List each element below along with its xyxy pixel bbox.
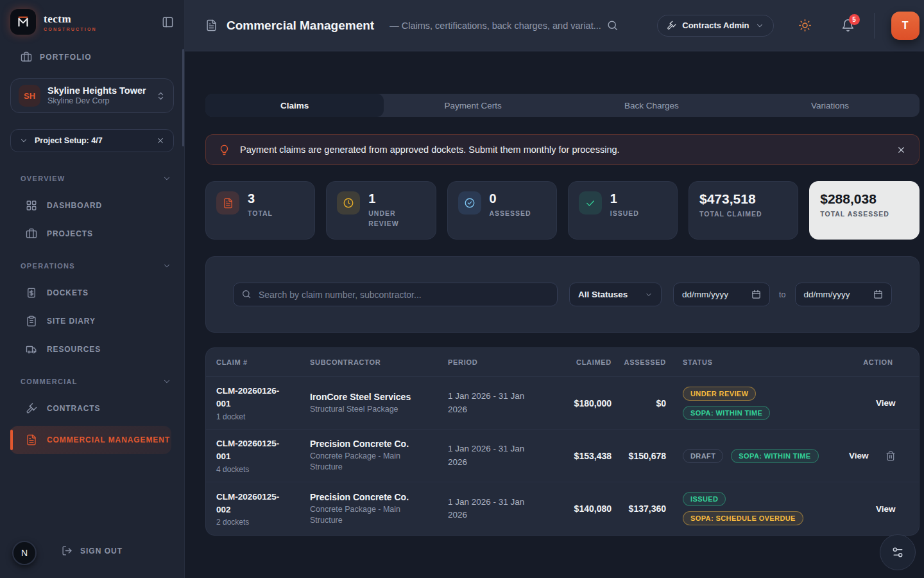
col-claim: CLAIM # [216,358,310,366]
action-cell: View [849,504,909,514]
date-from-input[interactable]: dd/mm/yyyy [673,283,770,306]
banner-close-icon[interactable] [896,145,906,155]
header-divider [874,13,875,39]
chevron-down-icon [755,21,764,30]
status-badge: DRAFT [683,449,723,463]
sidebar-item-portfolio[interactable]: PORTFOLIO [21,51,184,63]
stat-under-review: 1 UNDER REVIEW [326,181,436,240]
chevron-down-icon [162,261,171,270]
period-cell: 1 Jan 2026 - 31 Jan 2026 [448,442,531,469]
sidebar-item-contracts[interactable]: CONTRACTS [26,403,174,414]
col-period: PERIOD [448,358,551,366]
stat-texts: 0 ASSESSED [490,191,531,219]
stat-value: $288,038 [820,191,889,206]
subcontractor-cell: Precision Concrete Co. Concrete Package … [310,492,448,526]
view-button[interactable]: View [849,451,869,460]
docket-count: 4 dockets [216,465,310,474]
role-switcher[interactable]: Contracts Admin [657,15,773,37]
sidebar-item-site-diary[interactable]: SITE DIARY [26,315,174,327]
corner-avatar[interactable]: N [12,541,37,565]
claimed-cell: $140,080 [551,504,612,514]
main-area: Commercial Management — Claims, certific… [185,0,924,578]
table-row[interactable]: CLM-20260126-001 1 docket IronCore Steel… [206,377,919,430]
brand-tagline: CONSTRUCTION [44,27,97,31]
package-name: Structural Steel Package [310,404,413,415]
sopa-badge: SOPA: SCHEDULE OVERDUE [683,511,803,525]
package-name: Concrete Package - Main Structure [310,504,413,526]
project-company: Skyline Dev Corp [47,96,146,107]
stat-label: TOTAL [248,209,273,219]
claim-cell: CLM-20260126-001 1 docket [216,385,310,421]
status-select[interactable]: All Statuses [569,283,662,306]
sidebar-collapse-icon[interactable] [162,16,174,28]
status-select-value: All Statuses [578,290,628,299]
sidebar-item-commercial-management[interactable]: COMMERCIAL MANAGEMENT [10,426,171,454]
stat-texts: 1 ISSUED [610,191,639,219]
stat-total-assessed: $288,038 TOTAL ASSESSED [809,181,919,240]
close-icon[interactable] [156,136,165,145]
brand-name: tectm [44,13,97,26]
stat-issued: 1 ISSUED [568,181,678,240]
project-setup-banner[interactable]: Project Setup: 4/7 [10,129,174,152]
status-cell: DRAFT SOPA: WITHIN TIME [666,449,849,463]
claimed-cell: $153,438 [551,451,612,461]
project-setup-label: Project Setup: 4/7 [35,136,103,145]
banner-text: Payment claims are generated from approv… [240,144,620,155]
claim-cell: CLM-20260125-001 4 dockets [216,437,310,473]
filter-bar: All Statuses dd/mm/yyyy to dd/mm/yyyy [205,256,920,333]
page-title: Commercial Management [227,19,374,33]
project-selector[interactable]: SH Skyline Heights Tower Skyline Dev Cor… [10,78,174,113]
logout-icon [62,545,73,556]
claim-search-input[interactable] [233,283,558,306]
sidebar-item-projects[interactable]: PROJECTS [26,228,174,240]
sidebar-section-overview[interactable]: OVERVIEW [21,174,171,183]
sidebar-scrollbar[interactable] [182,49,184,146]
tab-variations[interactable]: Variations [740,94,919,117]
to-label: to [779,290,785,299]
col-action: ACTION [849,358,909,366]
brand-logo-icon [10,9,36,35]
settings-fab[interactable] [880,534,916,570]
table-row[interactable]: CLM-20260125-001 4 dockets Precision Con… [206,430,919,482]
item-label: SITE DIARY [47,317,96,326]
col-status: STATUS [666,358,849,366]
search-box [233,283,558,306]
date-to-input[interactable]: dd/mm/yyyy [795,283,892,306]
user-avatar[interactable]: T [891,12,920,40]
stat-texts: $288,038 TOTAL ASSESSED [820,191,889,220]
claim-number: CLM-20260125-001 [216,437,293,462]
calendar-icon [751,290,761,299]
file-text-icon [26,434,37,446]
stat-total-claimed: $473,518 TOTAL CLAIMED [689,181,798,240]
search-icon[interactable] [606,19,619,31]
signout-label: SIGN OUT [80,547,123,556]
sidebar-section-operations[interactable]: OPERATIONS [21,261,171,270]
gavel-icon [667,21,676,30]
view-button[interactable]: View [876,504,896,514]
item-label: COMMERCIAL MANAGEMENT [47,435,170,444]
date-to-value: dd/mm/yyyy [804,290,850,299]
claims-table: CLAIM # SUBCONTRACTOR PERIOD CLAIMED ASS… [205,347,920,536]
subcontractor-name: Precision Concrete Co. [310,439,448,449]
theme-toggle-sun-icon[interactable] [798,19,812,32]
view-button[interactable]: View [876,398,896,408]
truck-icon [26,344,37,355]
sidebar-item-dockets[interactable]: DOCKETS [26,287,174,299]
stat-assessed: 0 ASSESSED [447,181,557,240]
delete-button[interactable] [886,451,896,461]
stat-total: 3 TOTAL [205,181,315,240]
notifications-bell-icon[interactable]: 5 [841,19,855,32]
sidebar-section-commercial[interactable]: COMMERCIAL [21,377,171,386]
check-icon [579,191,602,215]
tab-claims[interactable]: Claims [205,94,384,117]
action-cell: View [849,451,909,461]
table-row[interactable]: CLM-20260125-002 2 dockets Precision Con… [206,482,919,535]
status-badge: UNDER REVIEW [683,387,756,401]
tab-back-charges[interactable]: Back Charges [562,94,740,117]
chevrons-up-down-icon [156,91,166,101]
section-label: OVERVIEW [21,175,65,182]
sidebar-item-dashboard[interactable]: DASHBOARD [26,200,174,211]
tab-payment-certs[interactable]: Payment Certs [384,94,562,117]
package-name: Concrete Package - Main Structure [310,451,413,473]
sidebar-item-resources[interactable]: RESOURCES [26,344,174,355]
